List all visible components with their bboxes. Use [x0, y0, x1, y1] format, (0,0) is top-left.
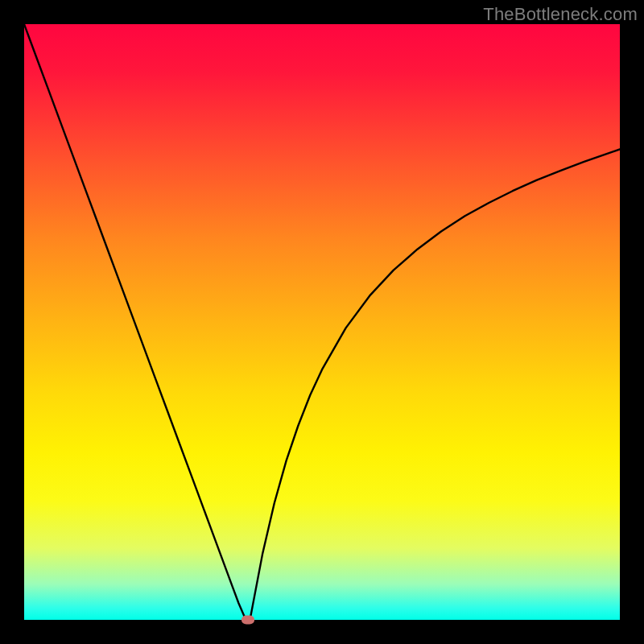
line-series — [24, 24, 620, 620]
plot-area — [24, 24, 620, 620]
minimum-marker — [242, 616, 254, 625]
watermark-text: TheBottleneck.com — [483, 4, 638, 25]
chart-frame: TheBottleneck.com — [0, 0, 644, 644]
